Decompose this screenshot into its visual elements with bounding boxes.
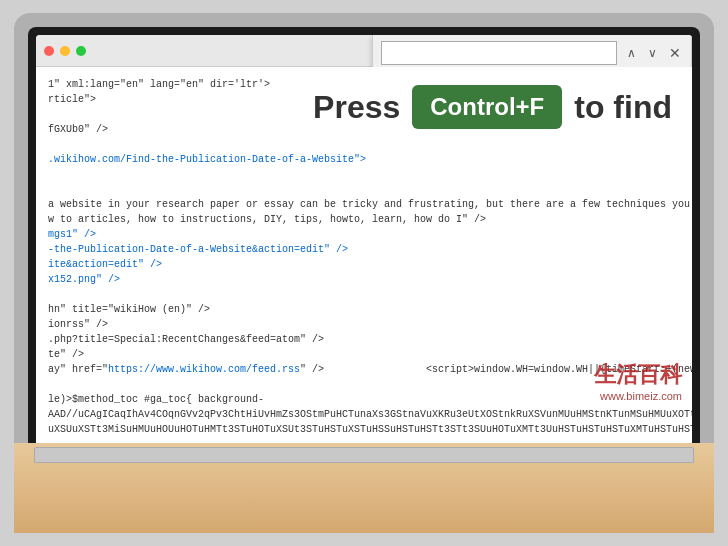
code-line-10: w to articles, how to instructions, DIY,… — [48, 212, 680, 227]
code-line-14: x152.png" /> — [48, 272, 680, 287]
source-link-4[interactable]: ite&action=edit" /> — [48, 259, 162, 270]
code-line-23: AAD//uCAgICaqIhAv4COqnGVv2qPv3ChtHiUvHmZ… — [48, 407, 680, 422]
maximize-dot[interactable] — [76, 46, 86, 56]
close-dot[interactable] — [44, 46, 54, 56]
code-line-24: uXSUuXSTt3MiSuHMUuHOUuHOTuHMTt3STuHOTuXS… — [48, 422, 680, 437]
press-label: Press — [313, 89, 400, 126]
minimize-dot[interactable] — [60, 46, 70, 56]
code-line-17: ionrss" /> — [48, 317, 680, 332]
code-line-5 — [48, 137, 680, 152]
screen-bezel: ∧ ∨ ✕ 1" xml:lang="en" lang="en" dir='lt… — [28, 27, 700, 505]
find-bar: ∧ ∨ ✕ — [372, 35, 692, 71]
chinese-watermark: 生活百科 www.bimeiz.com — [594, 360, 682, 402]
code-line-13: ite&action=edit" /> — [48, 257, 680, 272]
find-input[interactable] — [381, 41, 617, 65]
code-line-8 — [48, 182, 680, 197]
code-line-12: -the-Publication-Date-of-a-Website&actio… — [48, 242, 680, 257]
keyboard-row — [34, 447, 694, 463]
to-find-label: to find — [574, 89, 672, 126]
find-close-button[interactable]: ✕ — [667, 43, 683, 63]
code-line-15 — [48, 287, 680, 302]
code-line-18: .php?title=Special:RecentChanges&feed=at… — [48, 332, 680, 347]
code-line-7 — [48, 167, 680, 182]
code-line-11: mgs1" /> — [48, 227, 680, 242]
source-link-5[interactable]: x152.png" /> — [48, 274, 120, 285]
code-line-16: hn" title="wikiHow (en)" /> — [48, 302, 680, 317]
ctrl-f-instruction: Press Control+F to find — [313, 85, 672, 129]
cn-text: 生活百科 — [594, 360, 682, 390]
code-line-9: a website in your research paper or essa… — [48, 197, 680, 212]
find-next-button[interactable]: ∨ — [646, 44, 659, 62]
hands-keyboard-area — [14, 443, 714, 533]
source-link-3[interactable]: -the-Publication-Date-of-a-Website&actio… — [48, 244, 348, 255]
source-link-6[interactable]: https://www.wikihow.com/feed.rss — [108, 364, 300, 375]
cn-url: www.bimeiz.com — [594, 390, 682, 402]
screen: ∧ ∨ ✕ 1" xml:lang="en" lang="en" dir='lt… — [36, 35, 692, 497]
code-line-19: te" /> — [48, 347, 680, 362]
ctrl-f-badge: Control+F — [412, 85, 562, 129]
find-prev-button[interactable]: ∧ — [625, 44, 638, 62]
code-line-21 — [48, 377, 680, 392]
laptop: ∧ ∨ ✕ 1" xml:lang="en" lang="en" dir='lt… — [14, 13, 714, 533]
code-line-20: ay" href="https://www.wikihow.com/feed.r… — [48, 362, 680, 377]
source-link-1[interactable]: .wikihow.com/Find-the-Publication-Date-o… — [48, 154, 366, 165]
source-link-2[interactable]: mgs1" /> — [48, 229, 96, 240]
code-line-6: .wikihow.com/Find-the-Publication-Date-o… — [48, 152, 680, 167]
code-line-22: le)>$method_toc #ga_toc{ background- — [48, 392, 680, 407]
